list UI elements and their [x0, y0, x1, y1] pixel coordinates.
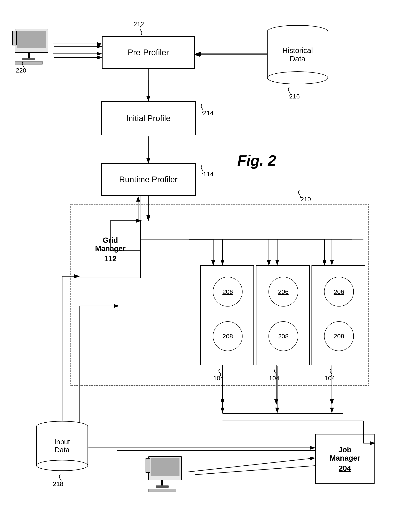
input-data-label: InputData	[54, 438, 70, 454]
node-1-circle-206: 206	[213, 277, 243, 306]
squiggle-104-3	[327, 369, 335, 376]
squiggle-214	[198, 104, 206, 113]
runtime-profiler-label: Runtime Profiler	[119, 175, 177, 184]
job-manager-ref: 204	[339, 464, 351, 472]
node-box-2: 206 208	[256, 265, 310, 365]
grid-manager-ref: 112	[104, 255, 117, 263]
fig-label: Fig. 2	[237, 152, 276, 169]
node-box-3: 206 208	[312, 265, 365, 365]
node-3-circle-208: 208	[324, 321, 354, 351]
squiggle-114	[198, 165, 206, 174]
node-1-circle-208: 208	[213, 321, 243, 351]
squiggle-218	[56, 474, 64, 483]
pre-profiler-box: Pre-Profiler	[102, 36, 195, 69]
squiggle-216	[286, 87, 293, 96]
historical-data-db: HistoricalData	[267, 25, 328, 90]
initial-profile-box: Initial Profile	[101, 101, 196, 135]
grid-manager-label: GridManager	[95, 236, 126, 253]
svg-line-46	[188, 458, 315, 472]
squiggle-212	[137, 26, 145, 35]
node-3-circle-206: 206	[324, 277, 354, 306]
squiggle-104-1	[216, 369, 223, 376]
historical-data-label: HistoricalData	[282, 46, 313, 63]
grid-manager-box: GridManager 112	[80, 221, 141, 278]
input-data-db: InputData	[36, 421, 88, 475]
node-2-circle-208: 208	[268, 321, 298, 351]
pre-profiler-label: Pre-Profiler	[128, 48, 169, 57]
node-2-circle-206: 206	[268, 277, 298, 306]
squiggle-220	[19, 61, 27, 70]
diagram-container: Pre-Profiler 212 HistoricalData 216	[0, 0, 407, 532]
node-box-1: 206 208	[200, 265, 254, 365]
runtime-profiler-box: Runtime Profiler	[101, 163, 196, 196]
computer-220	[11, 29, 54, 66]
initial-profile-label: Initial Profile	[126, 114, 171, 123]
job-manager-box: JobManager 204	[315, 434, 375, 484]
squiggle-104-2	[272, 369, 279, 376]
squiggle-210	[296, 190, 303, 199]
job-manager-label: JobManager	[330, 446, 360, 462]
client-computer-bottom	[145, 456, 187, 493]
